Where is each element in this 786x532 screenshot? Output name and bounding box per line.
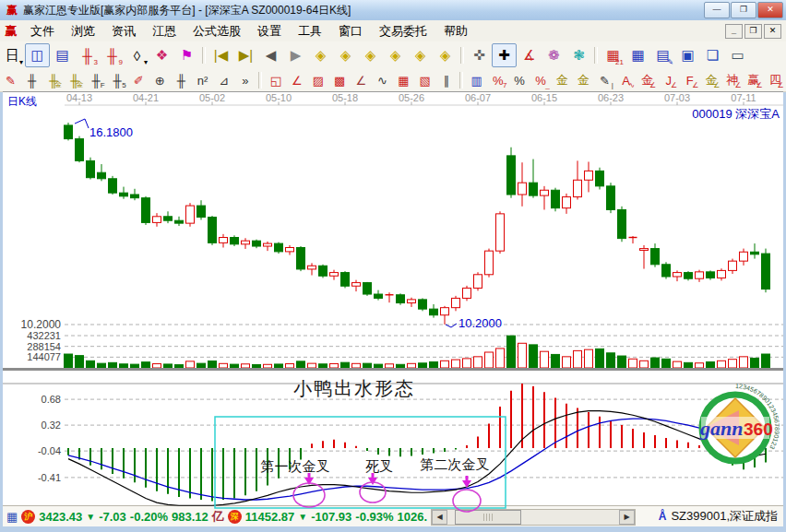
calculator-icon[interactable]: ▦ bbox=[625, 43, 650, 67]
toolbar-separator bbox=[460, 47, 464, 64]
grid-plain-icon[interactable]: ╫ bbox=[171, 71, 192, 90]
f-angle-icon[interactable]: F∠ bbox=[679, 71, 700, 90]
zoom-diamond-left-icon[interactable]: ◈ bbox=[308, 43, 333, 67]
maximize-button[interactable]: ❐ bbox=[731, 2, 756, 18]
period-day-button[interactable]: 日▾ bbox=[0, 43, 25, 67]
next-bar-button[interactable]: ▶ bbox=[283, 43, 308, 67]
menu-item-9[interactable]: 帮助 bbox=[435, 21, 476, 41]
zoom-diamond-out-icon[interactable]: ◈ bbox=[408, 43, 433, 67]
gold-line-icon[interactable]: 金 bbox=[573, 71, 594, 90]
more-tools-chevron-glyph: » bbox=[242, 74, 248, 88]
bars-9-icon[interactable]: ╫9 bbox=[100, 43, 125, 67]
zoom-diamond-in-icon[interactable]: ◈ bbox=[383, 43, 408, 67]
print-icon[interactable]: ▭ bbox=[725, 43, 750, 67]
angle-lines-icon[interactable]: ∠ bbox=[351, 71, 372, 90]
menu-item-7[interactable]: 窗口 bbox=[330, 21, 371, 41]
sh-index-value[interactable]: 3423.43 bbox=[39, 510, 82, 524]
flag-angle-icon[interactable]: ⊿ bbox=[213, 71, 234, 90]
shen-angle-icon[interactable]: 神∠ bbox=[721, 71, 743, 90]
menu-item-5[interactable]: 设置 bbox=[249, 21, 290, 41]
turnover-icon[interactable]: ❖ bbox=[149, 43, 174, 67]
bars-3-icon[interactable]: ╫3 bbox=[75, 43, 100, 67]
menu-item-0[interactable]: 文件 bbox=[22, 21, 63, 41]
gann-flower-icon[interactable]: ❁ bbox=[542, 43, 566, 67]
compass-icon[interactable]: ⊕ bbox=[149, 71, 171, 90]
gann-grid-icon[interactable]: ╫ bbox=[21, 71, 42, 90]
scrollbar-thumb[interactable] bbox=[455, 510, 521, 525]
menu-item-4[interactable]: 公式选股 bbox=[185, 21, 249, 41]
draw-pencil-icon[interactable]: ✎ bbox=[0, 71, 21, 90]
candlestick bbox=[563, 197, 571, 208]
current-index-label[interactable]: SZ399001,深证成指 bbox=[671, 508, 778, 525]
grid-red2-icon[interactable]: ▧ bbox=[414, 71, 435, 90]
gann-sq9-icon[interactable]: ▩ bbox=[329, 71, 351, 90]
horizontal-scrollbar[interactable]: ◀ ▶ bbox=[431, 509, 636, 526]
menu-item-6[interactable]: 工具 bbox=[290, 21, 330, 41]
status-bar: ▦ 沪 3423.43 ▼ -7.03 -0.20% 983.12 亿 深 11… bbox=[3, 505, 783, 526]
child-minimize-button[interactable]: _ bbox=[725, 24, 743, 39]
notepad-icon[interactable]: ▤✎ bbox=[650, 43, 675, 67]
percent-icon[interactable]: % bbox=[508, 71, 530, 90]
si-angle-icon[interactable]: 四∠ bbox=[765, 71, 786, 90]
calculator-icon-glyph: ▦ bbox=[631, 47, 644, 64]
ying-angle-icon[interactable]: 赢∠ bbox=[744, 71, 765, 90]
j-angle-icon[interactable]: J∠ bbox=[658, 71, 679, 90]
crosshair-button[interactable]: ✚ bbox=[492, 43, 517, 67]
info-panel-icon[interactable]: ▤ bbox=[50, 43, 75, 67]
gann-fan-icon[interactable]: ∠ bbox=[286, 71, 307, 90]
gann-sq9-icon-glyph: ▩ bbox=[334, 74, 345, 88]
measure-pencil-icon[interactable]: ✐ bbox=[128, 71, 149, 90]
scroll-right-arrow[interactable]: ▶ bbox=[619, 510, 635, 525]
minimize-button[interactable]: — bbox=[704, 2, 730, 18]
more-tools-chevron[interactable]: » bbox=[234, 71, 256, 90]
gann-square-icon[interactable]: ◱ bbox=[265, 71, 286, 90]
angle-measure-icon[interactable]: ∡ bbox=[517, 43, 542, 67]
gold-grid-icon[interactable]: ╫金 bbox=[42, 71, 64, 90]
prev-bar-button[interactable]: ◀ bbox=[258, 43, 283, 67]
gold-angle-icon[interactable]: 金∠ bbox=[637, 71, 658, 90]
gann360-logo-digits: 12345678901234567890123 bbox=[735, 383, 780, 451]
child-close-button[interactable]: ✕ bbox=[764, 24, 781, 39]
zoom-diamond-down-icon[interactable]: ◈ bbox=[333, 43, 358, 67]
close-button[interactable]: ✕ bbox=[757, 2, 783, 18]
fib-grid-icon[interactable]: ╫F bbox=[85, 71, 106, 90]
gann-box-icon[interactable]: ▨ bbox=[307, 71, 328, 90]
gold-circle-icon[interactable]: 金 bbox=[552, 71, 573, 90]
volume-flag-icon[interactable]: ⚑ bbox=[174, 43, 199, 67]
parallel-lines-icon[interactable]: ∥ bbox=[435, 71, 457, 90]
go-end-button[interactable]: ▶| bbox=[233, 43, 258, 67]
sz-index-value[interactable]: 11452.87 bbox=[245, 510, 295, 524]
macd-indicator-name[interactable]: MACD bbox=[7, 371, 43, 384]
price-scale-icon[interactable]: ▥ bbox=[466, 71, 487, 90]
export-chart-icon[interactable]: ❏ bbox=[700, 43, 725, 67]
gold-angle2-icon[interactable]: 金∠ bbox=[700, 71, 721, 90]
zoom-diamond-all-icon[interactable]: ◈ bbox=[433, 43, 458, 67]
grid-red-icon[interactable]: ▦ bbox=[393, 71, 414, 90]
chart-area[interactable]: 04-1304-2105-0205-1005-1805-2606-0706-15… bbox=[0, 91, 786, 526]
candle-style-button[interactable]: ◊▾ bbox=[125, 43, 149, 67]
pan-hand-icon[interactable]: ✜ bbox=[467, 43, 492, 67]
minute-chart-icon[interactable]: ◫ bbox=[25, 43, 50, 67]
gold-grid2-icon[interactable]: ╫金 bbox=[64, 71, 85, 90]
save-icon[interactable]: ▣ bbox=[675, 43, 700, 67]
go-start-button[interactable]: |◀ bbox=[208, 43, 233, 67]
zoom-diamond-wide-icon[interactable]: ◈ bbox=[358, 43, 383, 67]
zigzag-icon[interactable]: ∿ bbox=[372, 71, 393, 90]
menu-item-3[interactable]: 江恩 bbox=[144, 21, 185, 41]
percent-line-icon[interactable]: %_ bbox=[530, 71, 551, 90]
volume-bar bbox=[242, 364, 250, 368]
wave-a-icon[interactable]: A∿ bbox=[615, 71, 637, 90]
n-square-icon[interactable]: n² bbox=[192, 71, 213, 90]
percent7-icon[interactable]: %7 bbox=[487, 71, 508, 90]
cycle-spiral-icon[interactable]: ╫5 bbox=[107, 71, 128, 90]
menu-item-1[interactable]: 浏览 bbox=[63, 21, 103, 41]
gann360-logo-ring bbox=[702, 395, 768, 461]
candle-pencil-icon[interactable]: ✎| bbox=[594, 71, 615, 90]
child-restore-button[interactable]: ❐ bbox=[744, 24, 762, 39]
calendar-icon[interactable]: ▦21 bbox=[601, 43, 625, 67]
wave-brain-icon[interactable]: ❃ bbox=[566, 43, 591, 67]
grid-icon[interactable]: ▦ bbox=[6, 510, 18, 524]
menu-item-2[interactable]: 资讯 bbox=[103, 21, 144, 41]
menu-item-8[interactable]: 交易委托 bbox=[371, 21, 435, 41]
scroll-left-arrow[interactable]: ◀ bbox=[432, 510, 447, 525]
